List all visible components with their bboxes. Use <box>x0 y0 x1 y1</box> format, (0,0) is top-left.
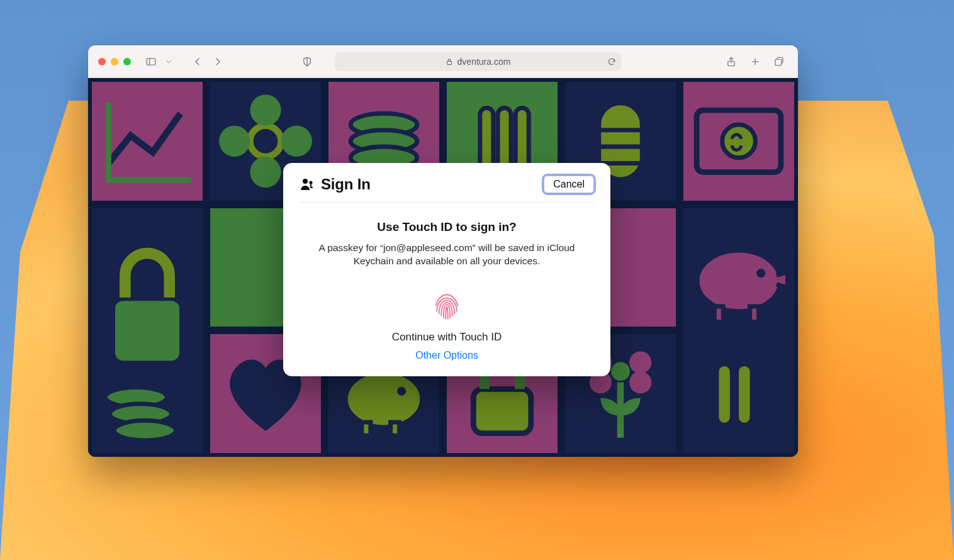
new-tab-button[interactable] <box>746 53 764 70</box>
cancel-button[interactable]: Cancel <box>544 176 594 193</box>
svg-point-46 <box>303 179 308 184</box>
tab-overview-icon <box>773 56 785 67</box>
svg-point-29 <box>697 250 781 312</box>
sidebar-icon <box>145 56 157 67</box>
refresh-icon[interactable] <box>607 57 616 66</box>
forward-button[interactable] <box>209 53 227 70</box>
piggybank-illustration-icon <box>683 208 794 453</box>
svg-rect-49 <box>310 187 313 188</box>
svg-rect-7 <box>775 59 782 65</box>
passkey-person-icon <box>300 177 315 192</box>
prompt-subtitle: A passkey for “jon@appleseed.com” will b… <box>300 242 594 268</box>
sidebar-menu-button[interactable] <box>160 53 177 70</box>
chevron-down-icon <box>164 57 173 66</box>
lock-icon <box>445 57 454 66</box>
svg-point-11 <box>219 126 250 157</box>
chevron-right-icon <box>212 56 223 67</box>
banknote-illustration-icon <box>683 82 794 201</box>
svg-point-36 <box>397 387 406 396</box>
svg-rect-38 <box>391 422 400 435</box>
svg-point-9 <box>250 94 281 125</box>
address-bar[interactable]: dventura.com <box>335 52 621 71</box>
zoom-window-button[interactable] <box>123 58 131 65</box>
address-host: dventura.com <box>457 57 511 67</box>
svg-rect-34 <box>736 364 752 425</box>
prompt-title: Use Touch ID to sign in? <box>300 220 594 234</box>
touchid-icon <box>429 287 464 322</box>
chart-illustration-icon <box>92 82 203 201</box>
svg-rect-39 <box>473 389 531 434</box>
sidebar-toggle-button[interactable] <box>142 53 160 70</box>
close-window-button[interactable] <box>98 58 106 65</box>
shield-icon <box>301 56 313 67</box>
svg-point-10 <box>250 157 281 188</box>
window-controls <box>98 58 131 65</box>
svg-point-24 <box>722 125 756 158</box>
safari-toolbar: dventura.com <box>88 45 798 78</box>
webpage-content: Sign In Cancel Use Touch ID to sign in? … <box>88 78 798 457</box>
panel-header: Sign In Cancel <box>300 176 594 203</box>
svg-point-35 <box>345 371 422 428</box>
safari-window: dventura.com <box>88 45 798 457</box>
svg-point-40 <box>609 361 631 383</box>
svg-point-30 <box>756 269 765 277</box>
back-button[interactable] <box>189 53 206 70</box>
svg-rect-25 <box>112 298 183 364</box>
svg-point-44 <box>629 371 651 393</box>
svg-rect-32 <box>750 306 759 322</box>
panel-title: Sign In <box>321 176 371 193</box>
svg-point-8 <box>250 126 281 157</box>
svg-rect-0 <box>147 58 155 65</box>
share-icon <box>726 56 737 67</box>
tab-overview-button[interactable] <box>770 53 788 70</box>
svg-rect-31 <box>714 306 723 322</box>
svg-rect-37 <box>362 422 371 435</box>
continue-touchid-label: Continue with Touch ID <box>300 331 594 344</box>
other-options-link[interactable]: Other Options <box>300 350 594 361</box>
plus-icon <box>749 56 761 67</box>
privacy-report-button[interactable] <box>298 53 316 70</box>
svg-point-42 <box>629 352 651 374</box>
svg-point-47 <box>309 181 312 184</box>
svg-rect-3 <box>447 61 451 64</box>
passkey-signin-panel: Sign In Cancel Use Touch ID to sign in? … <box>283 163 610 376</box>
minimize-window-button[interactable] <box>111 58 118 65</box>
svg-point-28 <box>114 420 176 440</box>
svg-point-12 <box>281 126 312 157</box>
chevron-left-icon <box>192 56 203 67</box>
share-button[interactable] <box>722 53 740 70</box>
svg-rect-33 <box>717 364 732 425</box>
padlock-illustration-icon <box>92 208 203 453</box>
